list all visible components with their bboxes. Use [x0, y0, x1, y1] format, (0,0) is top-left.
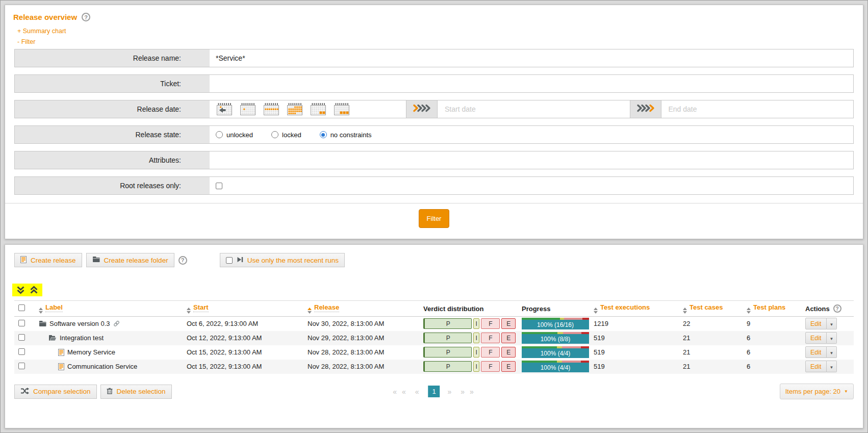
column-header-test-cases[interactable]: Test cases: [690, 303, 723, 311]
select-all-checkbox[interactable]: [18, 304, 25, 311]
table-row: Software version 0.3 Oct 6, 2022, 9:13:0…: [14, 317, 854, 331]
filter-button[interactable]: Filter: [419, 209, 450, 228]
calendar-prev-day-icon[interactable]: [217, 103, 232, 115]
collapse-all-button[interactable]: [30, 286, 38, 294]
expand-all-button[interactable]: [16, 286, 25, 294]
verdict-fail-segment[interactable]: F: [481, 318, 500, 329]
create-release-folder-button[interactable]: Create release folder: [86, 253, 174, 267]
filter-toggle[interactable]: - Filter: [17, 38, 35, 45]
sort-icon[interactable]: [39, 308, 43, 314]
verdict-inconclusive-segment[interactable]: I: [473, 333, 479, 343]
column-header-start[interactable]: Start: [193, 303, 209, 312]
column-header-label[interactable]: Label: [45, 303, 63, 312]
verdict-error-segment[interactable]: E: [501, 318, 516, 329]
calendar-month-icon[interactable]: [287, 103, 302, 115]
row-select-checkbox[interactable]: [18, 334, 25, 341]
delete-selection-button[interactable]: Delete selection: [100, 385, 172, 399]
end-date-picker-button[interactable]: [630, 100, 661, 118]
edit-button[interactable]: Edit: [805, 361, 827, 372]
chevron-down-icon: ▼: [830, 337, 834, 341]
edit-dropdown-button[interactable]: ▼: [827, 361, 837, 372]
verdict-fail-segment[interactable]: F: [481, 333, 500, 343]
create-release-button[interactable]: Create release: [14, 253, 82, 267]
radio-unselected-icon[interactable]: [216, 131, 223, 138]
row-select-checkbox[interactable]: [18, 320, 25, 326]
root-releases-checkbox[interactable]: [216, 183, 222, 189]
use-recent-runs-button[interactable]: Use only the most recent runs: [220, 253, 345, 267]
sort-icon[interactable]: [747, 308, 751, 314]
column-header-release[interactable]: Release: [314, 303, 339, 312]
edit-button[interactable]: Edit: [805, 332, 827, 344]
row-select-checkbox[interactable]: [18, 363, 25, 369]
help-icon[interactable]: [833, 304, 841, 313]
edit-dropdown-button[interactable]: ▼: [827, 346, 837, 358]
compare-selection-button[interactable]: Compare selection: [14, 385, 97, 399]
verdict-inconclusive-segment[interactable]: I: [473, 318, 479, 329]
filter-row-release-state: Release state: unlocked locked no constr…: [14, 125, 854, 144]
start-date-input[interactable]: [438, 100, 630, 118]
attributes-label: Attributes:: [15, 151, 210, 169]
edit-dropdown-button[interactable]: ▼: [827, 318, 837, 329]
folder-icon: [39, 320, 46, 327]
verdict-pass-segment[interactable]: P: [423, 347, 472, 358]
verdict-inconclusive-segment[interactable]: I: [473, 361, 479, 372]
verdict-error-segment[interactable]: E: [501, 333, 516, 343]
verdict-fail-segment[interactable]: F: [481, 361, 500, 372]
verdict-fail-segment[interactable]: F: [481, 347, 500, 358]
edit-dropdown-button[interactable]: ▼: [827, 332, 837, 344]
verdict-pass-segment[interactable]: P: [423, 318, 472, 329]
release-name-input[interactable]: [210, 49, 853, 67]
column-header-test-executions[interactable]: Test executions: [600, 303, 650, 311]
previous-page-button[interactable]: «: [415, 388, 421, 396]
end-date-input[interactable]: [661, 100, 854, 118]
ticket-input[interactable]: [210, 75, 853, 92]
first-page-button[interactable]: « «: [393, 388, 407, 396]
radio-option-no-constraints[interactable]: no constraints: [320, 131, 372, 139]
verdict-error-segment[interactable]: E: [501, 361, 516, 372]
document-icon: [58, 349, 64, 356]
sort-icon-ascending[interactable]: [308, 308, 312, 314]
radio-label: unlocked: [226, 131, 253, 139]
help-icon[interactable]: [82, 13, 90, 21]
progress-cell: 100% (4/4): [522, 361, 589, 372]
compare-selection-label: Compare selection: [33, 388, 91, 395]
start-date-picker-button[interactable]: [406, 100, 438, 118]
verdict-error-segment[interactable]: E: [501, 347, 516, 358]
attributes-input[interactable]: [210, 151, 853, 169]
test-executions-count: 519: [590, 345, 679, 360]
help-icon[interactable]: [178, 256, 187, 265]
calendar-single-day-icon[interactable]: [240, 103, 256, 115]
row-select-checkbox[interactable]: [18, 348, 25, 355]
radio-selected-icon[interactable]: [320, 131, 327, 138]
release-label[interactable]: Memory Service: [67, 348, 115, 356]
current-page[interactable]: 1: [428, 386, 440, 397]
sort-icon[interactable]: [594, 308, 598, 314]
link-icon: [113, 320, 120, 327]
next-page-button[interactable]: »: [448, 388, 453, 396]
calendar-weekend-icon[interactable]: [311, 103, 326, 115]
column-header-test-plans[interactable]: Test plans: [753, 303, 785, 311]
radio-option-unlocked[interactable]: unlocked: [216, 131, 253, 139]
verdict-pass-segment[interactable]: P: [423, 361, 472, 372]
edit-button-group: Edit ▼: [805, 332, 837, 344]
release-label[interactable]: Communication Service: [67, 363, 137, 370]
radio-unselected-icon[interactable]: [271, 131, 278, 138]
use-recent-runs-checkbox[interactable]: [226, 257, 233, 264]
release-label[interactable]: Integration test: [60, 334, 104, 342]
last-page-button[interactable]: » »: [461, 388, 475, 396]
calendar-last-days-icon[interactable]: [334, 103, 349, 115]
summary-chart-toggle[interactable]: + Summary chart: [17, 28, 66, 35]
verdict-inconclusive-segment[interactable]: I: [473, 347, 479, 358]
edit-button[interactable]: Edit: [805, 346, 827, 358]
folder-icon: [92, 256, 100, 264]
verdict-pass-segment[interactable]: P: [423, 333, 472, 343]
items-per-page-button[interactable]: Items per page: 20 ▼: [780, 384, 854, 399]
calendar-week-icon[interactable]: [264, 103, 279, 115]
delete-selection-label: Delete selection: [117, 388, 166, 395]
sort-icon[interactable]: [187, 308, 191, 314]
edit-button[interactable]: Edit: [805, 318, 827, 329]
radio-option-locked[interactable]: locked: [271, 131, 301, 139]
sort-icon[interactable]: [683, 308, 687, 314]
release-label[interactable]: Software version 0.3: [49, 320, 110, 327]
release-date: Nov 29, 2022, 8:13:00 AM: [303, 331, 419, 345]
